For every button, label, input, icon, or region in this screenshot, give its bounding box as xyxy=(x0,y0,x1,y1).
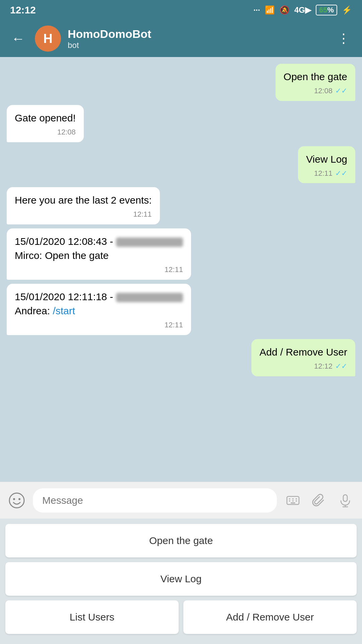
svg-rect-8 xyxy=(292,500,294,501)
chat-header: ← H HomoDomoBot bot ⋮ xyxy=(0,20,362,57)
bot-keyboard: Open the gate View Log List Users Add / … xyxy=(0,519,362,644)
list-users-button[interactable]: List Users xyxy=(5,600,179,634)
bubble-meta: 12:11 xyxy=(15,320,183,330)
received-bubble: 15/01/2020 12:08:43 - Mirco: Open the ga… xyxy=(7,228,191,280)
sent-bubble: Open the gate 12:08 ✓✓ xyxy=(276,64,355,101)
read-ticks: ✓✓ xyxy=(335,168,347,179)
add-remove-user-button[interactable]: Add / Remove User xyxy=(183,600,357,634)
keyboard-row-1: Open the gate xyxy=(5,524,357,557)
svg-rect-9 xyxy=(296,500,297,501)
svg-rect-4 xyxy=(289,498,290,499)
bubble-meta: 12:11 xyxy=(15,209,152,220)
sent-bubble: View Log 12:11 ✓✓ xyxy=(298,146,355,183)
message-row: 15/01/2020 12:11:18 - Andrea: /start 12:… xyxy=(7,284,355,335)
message-time: 12:11 xyxy=(314,168,333,179)
svg-point-0 xyxy=(9,493,24,508)
microphone-icon[interactable] xyxy=(335,490,355,511)
link-start: /start xyxy=(53,305,75,316)
blurred-info xyxy=(116,237,183,247)
message-row: Open the gate 12:08 ✓✓ xyxy=(7,64,355,101)
svg-rect-6 xyxy=(296,498,297,499)
bubble-meta: 12:08 xyxy=(15,127,76,138)
received-bubble: Here you are the last 2 events: 12:11 xyxy=(7,187,160,224)
view-log-button[interactable]: View Log xyxy=(5,562,357,596)
read-ticks: ✓✓ xyxy=(335,86,347,96)
attach-icon[interactable] xyxy=(309,490,329,511)
battery-icon: 65% xyxy=(316,5,337,15)
bubble-meta: 12:12 ✓✓ xyxy=(259,361,347,372)
charging-icon: ⚡ xyxy=(342,5,352,15)
header-info: HomoDomoBot bot xyxy=(68,28,327,50)
status-bar: 12:12 ··· 📶 🔕 4G▶ 65% ⚡ xyxy=(0,0,362,20)
chat-area: Open the gate 12:08 ✓✓ Gate opened! 12:0… xyxy=(0,57,362,482)
keyboard-icon[interactable] xyxy=(283,490,303,511)
message-row: Gate opened! 12:08 xyxy=(7,105,355,142)
bubble-text: Open the gate xyxy=(284,70,347,84)
bubble-text: Gate opened! xyxy=(15,111,76,125)
bubble-meta: 12:11 ✓✓ xyxy=(306,168,347,179)
signal-icon: 4G▶ xyxy=(294,5,311,15)
message-time: 12:12 xyxy=(314,361,333,372)
more-options-button[interactable]: ⋮ xyxy=(334,28,354,49)
message-row: Add / Remove User 12:12 ✓✓ xyxy=(7,339,355,376)
message-time: 12:11 xyxy=(165,265,183,275)
svg-rect-10 xyxy=(291,502,295,503)
bubble-text: Add / Remove User xyxy=(259,345,347,359)
input-bar xyxy=(0,482,362,519)
read-ticks: ✓✓ xyxy=(335,361,347,372)
received-bubble: Gate opened! 12:08 xyxy=(7,105,84,142)
back-button[interactable]: ← xyxy=(8,28,28,50)
emoji-button[interactable] xyxy=(7,490,27,511)
svg-point-1 xyxy=(13,498,15,500)
svg-point-2 xyxy=(18,498,20,500)
bubble-meta: 12:11 xyxy=(15,265,183,275)
bubble-text: Here you are the last 2 events: xyxy=(15,193,152,207)
silent-icon: 🔕 xyxy=(280,5,290,15)
message-row: 15/01/2020 12:08:43 - Mirco: Open the ga… xyxy=(7,228,355,280)
message-input[interactable] xyxy=(33,488,277,513)
status-icons: ··· 📶 🔕 4G▶ 65% ⚡ xyxy=(253,5,352,15)
message-time: 12:08 xyxy=(314,86,333,96)
bot-type: bot xyxy=(68,41,327,50)
avatar: H xyxy=(35,25,61,52)
bubble-text: 15/01/2020 12:08:43 - Mirco: Open the ga… xyxy=(15,234,183,263)
blurred-info xyxy=(116,293,183,302)
message-time: 12:11 xyxy=(133,209,152,220)
svg-rect-11 xyxy=(343,495,347,501)
keyboard-row-3: List Users Add / Remove User xyxy=(5,600,357,634)
message-time: 12:08 xyxy=(57,127,76,138)
message-row: View Log 12:11 ✓✓ xyxy=(7,146,355,183)
open-gate-button[interactable]: Open the gate xyxy=(5,524,357,557)
bubble-text: View Log xyxy=(306,152,347,166)
keyboard-row-2: View Log xyxy=(5,562,357,596)
svg-rect-5 xyxy=(292,498,294,499)
bubble-text: 15/01/2020 12:11:18 - Andrea: /start xyxy=(15,290,183,318)
status-time: 12:12 xyxy=(10,4,36,16)
received-bubble: 15/01/2020 12:11:18 - Andrea: /start 12:… xyxy=(7,284,191,335)
bot-name: HomoDomoBot xyxy=(68,28,327,41)
message-time: 12:11 xyxy=(165,320,183,330)
more-icon: ··· xyxy=(253,5,260,15)
svg-rect-7 xyxy=(289,500,290,501)
bluetooth-icon: 📶 xyxy=(265,5,275,15)
message-row: Here you are the last 2 events: 12:11 xyxy=(7,187,355,224)
bubble-meta: 12:08 ✓✓ xyxy=(284,86,347,96)
sent-bubble: Add / Remove User 12:12 ✓✓ xyxy=(251,339,355,376)
